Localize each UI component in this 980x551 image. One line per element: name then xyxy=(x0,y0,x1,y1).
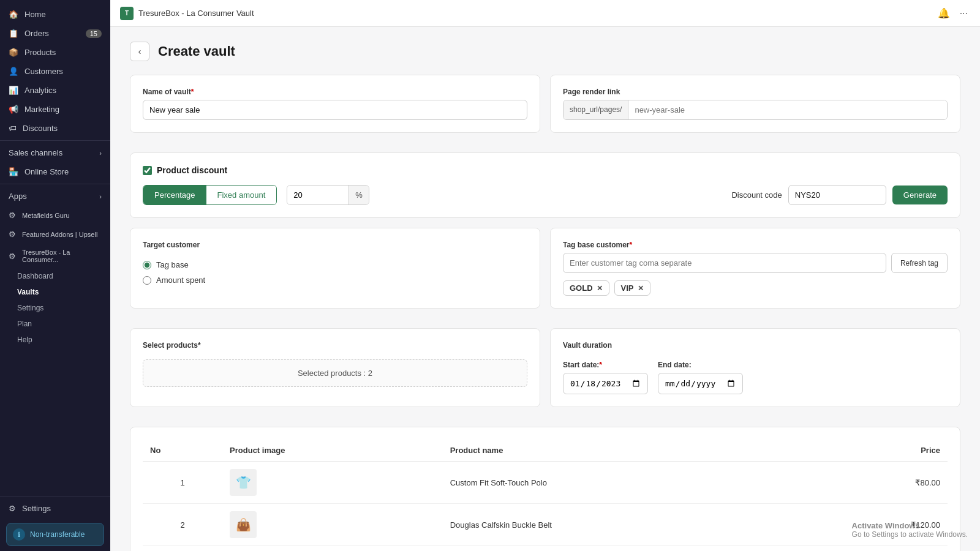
tag-base-radio[interactable] xyxy=(143,261,151,269)
sidebar-sub-help[interactable]: Help xyxy=(0,332,110,348)
back-button[interactable]: ‹ xyxy=(130,42,149,61)
start-date-field: Start date:* xyxy=(563,361,648,394)
discount-code-row: Discount code Generate xyxy=(731,185,948,205)
product-discount-checkbox[interactable] xyxy=(143,166,152,175)
discount-type-toggle: Percentage Fixed amount xyxy=(143,185,277,205)
target-customer-radio-group: Tag base Amount spent xyxy=(143,260,527,285)
select-products-box[interactable]: Selected products : 2 xyxy=(143,359,527,387)
discount-value-input[interactable] xyxy=(287,186,349,204)
non-transferable-badge: ℹ Non-transferable xyxy=(6,523,104,546)
target-customer-card: Target customer Tag base Amount spent xyxy=(130,228,540,309)
col-no: No xyxy=(143,440,222,462)
end-date-input[interactable] xyxy=(658,373,743,394)
percentage-toggle-btn[interactable]: Percentage xyxy=(143,186,206,204)
content-area: ‹ Create vault Name of vault* Page rende… xyxy=(110,27,980,551)
product-2-image-cell: 👜 xyxy=(222,504,443,546)
discount-suffix: % xyxy=(349,186,369,204)
info-icon: ℹ xyxy=(13,528,25,541)
sidebar-item-marketing[interactable]: 📢 Marketing xyxy=(0,100,110,119)
generate-button[interactable]: Generate xyxy=(892,186,948,204)
end-date-field: End date: xyxy=(658,361,743,394)
orders-badge: 15 xyxy=(86,29,102,38)
tresurebox-icon: ⚙ xyxy=(9,252,16,261)
settings-icon: ⚙ xyxy=(9,504,16,513)
analytics-icon: 📊 xyxy=(9,86,18,95)
tag-input[interactable] xyxy=(563,253,886,273)
start-date-input[interactable] xyxy=(563,373,648,394)
refresh-tag-button[interactable]: Refresh tag xyxy=(891,253,948,273)
tag-base-customer-label: Tag base customer* xyxy=(563,241,948,249)
tag-input-row: Refresh tag xyxy=(563,253,948,273)
select-products-label: Select products* xyxy=(143,341,527,350)
col-name: Product name xyxy=(443,440,809,462)
remove-vip-tag-button[interactable]: ✕ xyxy=(638,284,644,293)
featured-icon: ⚙ xyxy=(9,230,16,239)
topbar: T TresureBox - La Consumer Vault 🔔 ··· xyxy=(110,0,980,27)
app-logo: T xyxy=(120,7,134,20)
more-options-icon[interactable]: ··· xyxy=(957,6,970,21)
sidebar-item-products[interactable]: 📦 Products xyxy=(0,43,110,62)
products-table-card: No Product image Product name Price 1 👕 xyxy=(130,427,960,551)
sidebar-apps[interactable]: Apps › xyxy=(0,187,110,206)
product-2-image: 👜 xyxy=(230,511,257,538)
sidebar-item-analytics[interactable]: 📊 Analytics xyxy=(0,81,110,100)
sidebar-metafields[interactable]: ⚙ Metafields Guru xyxy=(0,206,110,225)
vault-name-input[interactable] xyxy=(143,100,527,120)
start-date-label: Start date:* xyxy=(563,361,648,369)
main-wrapper: T TresureBox - La Consumer Vault 🔔 ··· ‹… xyxy=(110,0,980,551)
home-icon: 🏠 xyxy=(9,10,18,19)
sidebar-sub-settings[interactable]: Settings xyxy=(0,300,110,316)
orders-icon: 📋 xyxy=(9,29,18,38)
sidebar-sales-channels[interactable]: Sales channels › xyxy=(0,143,110,162)
product-discount-label[interactable]: Product discount xyxy=(157,165,227,175)
sidebar-online-store[interactable]: 🏪 Online Store xyxy=(0,162,110,181)
chevron-right-icon: › xyxy=(99,149,102,157)
remove-gold-tag-button[interactable]: ✕ xyxy=(597,284,603,293)
vault-name-card: Name of vault* xyxy=(130,75,540,133)
sidebar-item-customers[interactable]: 👤 Customers xyxy=(0,62,110,81)
sidebar-sub-vaults[interactable]: Vaults xyxy=(0,284,110,300)
products-icon: 📦 xyxy=(9,48,18,57)
store-icon: 🏪 xyxy=(9,167,18,176)
vault-name-label: Name of vault* xyxy=(143,88,527,96)
col-image: Product image xyxy=(222,440,443,462)
target-customer-label: Target customer xyxy=(143,241,527,249)
sales-channels-label: Sales channels xyxy=(9,148,62,157)
product-1-price: ₹80.00 xyxy=(809,462,948,504)
amount-spent-radio-row[interactable]: Amount spent xyxy=(143,276,527,285)
sidebar-item-orders[interactable]: 📋 Orders 15 xyxy=(0,24,110,43)
fixed-amount-toggle-btn[interactable]: Fixed amount xyxy=(206,186,277,204)
discount-code-label: Discount code xyxy=(731,190,782,200)
sidebar-item-home[interactable]: 🏠 Home xyxy=(0,5,110,24)
notification-icon[interactable]: 🔔 xyxy=(935,5,952,21)
product-2-name: Douglas Calfskin Buckle Belt xyxy=(443,504,809,546)
page-render-prefix: shop_url/pages/ xyxy=(564,100,628,119)
product-1-no: 1 xyxy=(143,462,222,504)
product-1-image: 👕 xyxy=(230,469,257,496)
sidebar-sub-plan[interactable]: Plan xyxy=(0,316,110,332)
table-row: 1 👕 Custom Fit Soft-Touch Polo ₹80.00 xyxy=(143,462,948,504)
sidebar-settings[interactable]: ⚙ Settings xyxy=(0,499,110,518)
products-duration-row: Select products* Selected products : 2 V… xyxy=(130,328,960,417)
amount-spent-radio[interactable] xyxy=(143,276,151,285)
discount-code-input[interactable] xyxy=(788,185,886,205)
customers-icon: 👤 xyxy=(9,67,18,76)
sidebar: 🏠 Home 📋 Orders 15 📦 Products 👤 Customer… xyxy=(0,0,110,551)
tag-chip-vip: VIP ✕ xyxy=(614,280,650,296)
discount-value-wrap: % xyxy=(287,185,369,205)
product-1-name: Custom Fit Soft-Touch Polo xyxy=(443,462,809,504)
sidebar-tresurebox[interactable]: ⚙ TresureBox - La Consumer... xyxy=(0,244,110,268)
sidebar-item-discounts[interactable]: 🏷 Discounts xyxy=(0,119,110,138)
apps-chevron-icon: › xyxy=(99,193,102,200)
vault-info-row: Name of vault* Page render link shop_url… xyxy=(130,75,960,143)
page-render-input[interactable] xyxy=(628,100,947,119)
sidebar-sub-dashboard[interactable]: Dashboard xyxy=(0,268,110,284)
products-table: No Product image Product name Price 1 👕 xyxy=(143,440,948,546)
sidebar-featured[interactable]: ⚙ Featured Addons | Upsell xyxy=(0,225,110,244)
vault-duration-card: Vault duration Start date:* End date: xyxy=(550,328,960,407)
metafields-icon: ⚙ xyxy=(9,211,16,220)
page-title: Create vault xyxy=(158,43,235,59)
product-discount-card: Product discount Percentage Fixed amount… xyxy=(130,152,960,218)
tag-base-radio-row[interactable]: Tag base xyxy=(143,260,527,269)
page-render-group: shop_url/pages/ xyxy=(563,100,948,120)
